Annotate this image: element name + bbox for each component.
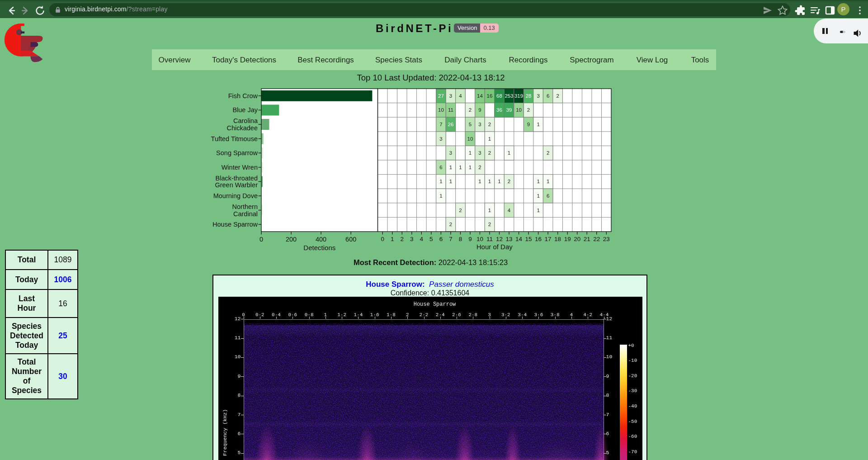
svg-text:14: 14 (515, 236, 523, 242)
svg-text:2: 2 (488, 222, 491, 227)
svg-text:1: 1 (537, 122, 539, 127)
svg-text:16: 16 (487, 93, 493, 99)
svg-text:10: 10 (467, 136, 473, 142)
svg-text:1: 1 (469, 150, 472, 156)
svg-text:Green Warbler: Green Warbler (215, 181, 258, 189)
svg-text:2: 2 (459, 208, 462, 213)
svg-text:9: 9 (478, 107, 481, 113)
svg-text:10: 10 (476, 236, 483, 242)
svg-text:1: 1 (439, 179, 442, 184)
svg-text:36: 36 (496, 107, 502, 113)
svg-text:1: 1 (469, 165, 472, 170)
svg-text:18: 18 (554, 236, 561, 242)
svg-text:6: 6 (547, 93, 549, 99)
svg-text:10: 10 (516, 107, 522, 113)
svg-text:11: 11 (448, 107, 453, 113)
svg-text:23: 23 (603, 236, 610, 242)
svg-text:1: 1 (488, 208, 491, 213)
svg-text:22: 22 (593, 236, 600, 242)
svg-text:Fish Crow: Fish Crow (228, 92, 258, 100)
svg-text:Song Sparrow: Song Sparrow (216, 149, 258, 156)
svg-text:1: 1 (459, 165, 462, 170)
svg-text:1: 1 (498, 179, 500, 184)
svg-text:1: 1 (508, 150, 510, 156)
svg-text:0: 0 (259, 236, 263, 243)
svg-text:1: 1 (488, 136, 491, 142)
svg-text:14: 14 (477, 93, 483, 99)
svg-text:6: 6 (439, 165, 442, 170)
svg-text:68: 68 (496, 93, 502, 99)
svg-text:319: 319 (514, 93, 523, 99)
svg-text:6: 6 (439, 236, 443, 242)
svg-text:House Sparrow: House Sparrow (212, 221, 258, 228)
svg-text:1: 1 (391, 236, 394, 242)
svg-text:2: 2 (478, 165, 481, 170)
svg-text:26: 26 (448, 122, 454, 127)
svg-text:9: 9 (468, 236, 472, 242)
svg-text:1: 1 (439, 193, 442, 199)
svg-text:Mourning Dove: Mourning Dove (213, 192, 258, 199)
svg-text:200: 200 (286, 236, 297, 243)
svg-text:4: 4 (459, 93, 462, 99)
svg-text:Chickadee: Chickadee (226, 124, 258, 132)
svg-text:2: 2 (401, 236, 404, 242)
svg-text:12: 12 (496, 236, 503, 242)
svg-text:20: 20 (574, 236, 580, 242)
svg-text:1: 1 (449, 165, 452, 170)
svg-text:3: 3 (478, 122, 481, 127)
svg-text:21: 21 (584, 236, 590, 242)
svg-text:5: 5 (429, 236, 433, 242)
svg-text:4: 4 (508, 208, 511, 213)
svg-text:19: 19 (564, 236, 571, 242)
svg-text:Detections: Detections (303, 244, 335, 251)
svg-text:1: 1 (537, 208, 539, 213)
svg-text:Blue Jay: Blue Jay (232, 106, 258, 114)
svg-text:Hour of Day: Hour of Day (476, 243, 513, 251)
svg-text:28: 28 (526, 93, 532, 99)
svg-text:15: 15 (525, 236, 532, 242)
svg-text:16: 16 (535, 236, 542, 242)
svg-text:Top 10 Last Updated: 2022-04-1: Top 10 Last Updated: 2022-04-13 18:12 (357, 73, 505, 82)
svg-text:2: 2 (449, 222, 452, 227)
svg-text:1: 1 (488, 179, 491, 184)
svg-text:1: 1 (547, 179, 549, 184)
svg-text:1: 1 (478, 179, 481, 184)
svg-text:Tufted Titmouse: Tufted Titmouse (211, 135, 258, 142)
svg-text:4: 4 (420, 236, 424, 242)
svg-text:2: 2 (547, 150, 549, 156)
svg-text:Northern: Northern (232, 203, 258, 210)
svg-text:2: 2 (469, 107, 472, 113)
svg-text:11: 11 (486, 236, 493, 242)
svg-text:39: 39 (506, 107, 512, 113)
svg-text:27: 27 (438, 93, 444, 99)
svg-text:2: 2 (556, 93, 559, 99)
svg-text:8: 8 (459, 236, 462, 242)
svg-text:13: 13 (506, 236, 513, 242)
svg-text:2: 2 (527, 107, 530, 113)
svg-text:1: 1 (537, 193, 539, 199)
svg-text:0: 0 (381, 236, 385, 242)
svg-text:5: 5 (469, 122, 472, 127)
svg-text:7: 7 (439, 122, 442, 127)
svg-text:Cardinal: Cardinal (233, 210, 258, 218)
svg-text:6: 6 (547, 193, 549, 199)
svg-text:17: 17 (545, 236, 552, 242)
svg-text:7: 7 (449, 236, 453, 242)
svg-text:400: 400 (316, 236, 326, 243)
svg-text:3: 3 (410, 236, 414, 242)
svg-text:3: 3 (449, 93, 452, 99)
svg-text:253: 253 (505, 93, 513, 99)
svg-text:3: 3 (478, 150, 481, 156)
svg-text:600: 600 (345, 236, 356, 243)
svg-text:1: 1 (449, 179, 452, 184)
svg-text:3: 3 (439, 136, 442, 142)
svg-text:3: 3 (449, 150, 452, 156)
svg-text:3: 3 (537, 93, 539, 99)
svg-text:Winter Wren: Winter Wren (222, 164, 258, 171)
svg-text:1: 1 (537, 179, 539, 184)
svg-text:Black-throated: Black-throated (216, 175, 258, 182)
svg-text:2: 2 (488, 150, 491, 156)
svg-text:2: 2 (488, 122, 491, 127)
svg-text:2: 2 (508, 179, 510, 184)
svg-text:Carolina: Carolina (233, 117, 258, 124)
